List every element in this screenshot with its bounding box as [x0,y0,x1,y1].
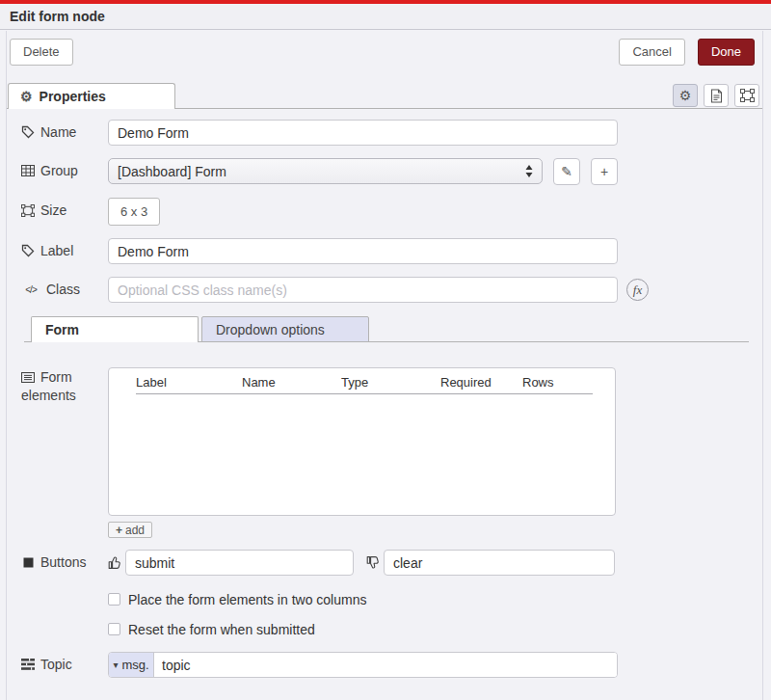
class-label: </> Class [21,277,108,297]
label-row: Label [7,238,762,264]
checkbox-icon[interactable] [108,623,120,635]
submit-button-text-input[interactable] [125,550,354,576]
tasks-icon [21,659,35,670]
tab-dropdown-options[interactable]: Dropdown options [201,316,369,342]
form-elements-table-header: Label Name Type Required Rows [109,368,615,393]
label-label: Label [21,238,108,258]
tab-form[interactable]: Form [31,316,199,342]
reset-form-checkbox-label: Reset the form when submitted [128,622,315,637]
checkbox-icon[interactable] [108,593,120,606]
tab-properties-label: Properties [40,89,106,104]
group-row: Group [Dashboard] Form ✎ + [7,158,762,185]
plus-icon: + [600,164,608,179]
size-button[interactable]: 6 x 3 [108,198,160,226]
delete-button[interactable]: Delete [10,39,73,66]
thumbs-up-icon [108,555,121,573]
column-header: Label [136,375,167,390]
buttons-label: Buttons [21,550,108,570]
group-select-value: [Dashboard] Form [118,164,525,179]
group-select[interactable]: [Dashboard] Form [108,158,543,184]
topic-row: Topic ▾ msg. [7,652,762,678]
size-label: Size [21,198,108,218]
add-element-button[interactable]: + add [108,522,152,538]
description-icon-button[interactable] [704,84,729,107]
done-button[interactable]: Done [698,39,755,66]
topic-typed-input: ▾ msg. [108,652,618,678]
form-elements-empty-list[interactable] [109,393,615,515]
tag-icon [21,244,35,257]
gear-icon: ⚙ [679,88,692,103]
topic-type-select[interactable]: ▾ msg. [109,653,154,677]
appearance-icon-button[interactable] [734,84,759,107]
two-columns-checkbox-row[interactable]: Place the form elements in two columns [108,592,762,606]
list-alt-icon [21,372,35,383]
clear-button-text-input[interactable] [384,550,615,576]
object-frame-icon [21,204,35,217]
class-row: </> Class fx [7,277,762,303]
gear-icon: ⚙ [20,89,33,104]
column-header: Type [341,375,368,390]
pencil-icon: ✎ [561,164,572,179]
plus-icon: + [116,524,122,537]
label-input[interactable] [108,238,618,264]
reset-form-checkbox-row[interactable]: Reset the form when submitted [108,622,762,636]
form-elements-table: Label Name Type Required Rows [108,367,616,516]
table-header-rule [136,393,593,394]
column-header: Rows [522,375,554,390]
tag-icon [21,125,35,139]
topic-type-label: msg. [121,658,148,672]
editor-tabbar: ⚙ Properties ⚙ [7,83,762,109]
dialog-toolbar: Delete Cancel Done [7,31,762,74]
caret-down-icon: ▾ [113,660,118,670]
form-subtabs: Form Dropdown options [24,316,749,342]
table-icon [21,165,35,176]
topic-input[interactable] [154,653,617,677]
topic-label: Topic [21,652,108,672]
name-label: Name [21,120,108,140]
object-frame-icon [740,89,755,102]
code-icon: </> [21,284,40,295]
editor-tab-icons: ⚙ [673,84,759,107]
expression-fx-button[interactable]: fx [626,279,649,301]
square-icon [21,557,35,568]
properties-icon-button[interactable]: ⚙ [673,84,698,107]
toolbar-right-group: Cancel Done [619,39,755,66]
column-header: Name [242,375,276,390]
properties-form: Name Group [Dashboard] Form ✎ + [7,109,762,678]
tab-properties[interactable]: ⚙ Properties [8,83,175,109]
add-group-button[interactable]: + [591,158,618,185]
two-columns-checkbox-label: Place the form elements in two columns [128,592,366,607]
thumbs-down-icon [366,555,380,573]
cancel-button[interactable]: Cancel [619,39,684,66]
name-row: Name [7,120,762,146]
edit-dialog-body: Delete Cancel Done ⚙ Properties ⚙ [6,31,763,700]
name-input[interactable] [108,120,618,146]
size-row: Size 6 x 3 [7,198,762,226]
buttons-row: Buttons [7,550,762,576]
group-label: Group [21,158,108,178]
document-icon [710,89,723,103]
edit-group-button[interactable]: ✎ [553,158,580,185]
class-input[interactable] [108,277,618,303]
form-elements-label: Form elements [21,367,108,403]
column-header: Required [440,375,492,390]
dialog-title: Edit form node [0,4,771,30]
select-arrows-icon [525,165,533,177]
form-elements-row: Form elements Label Name Type Required R… [7,367,762,516]
